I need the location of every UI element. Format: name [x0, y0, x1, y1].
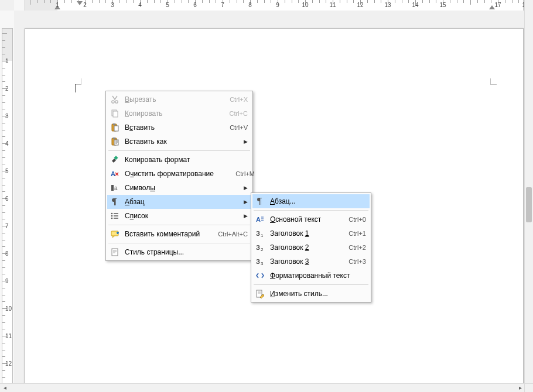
menu-item-h3[interactable]: З3Заголовок 3Ctrl+3 — [252, 255, 370, 269]
horizontal-ruler[interactable]: 1234567891011121314151718 — [14, 0, 525, 11]
menu-item-shortcut: Ctrl+3 — [337, 258, 366, 265]
horizontal-scrollbar[interactable]: ◂ ▸ — [0, 383, 525, 392]
menu-item-label: Заголовок 2 — [270, 243, 337, 252]
v-ruler-label: 7 — [5, 223, 9, 229]
submenu-arrow-icon: ▶ — [244, 185, 248, 191]
menu-item-label: Вставить как — [125, 137, 248, 146]
menu-item-paste-special[interactable]: Вставить как▶ — [107, 135, 251, 149]
menu-item-list[interactable]: Список▶ — [107, 209, 251, 223]
menu-item-label: Абзац — [125, 198, 248, 206]
h-ruler-label: 10 — [302, 2, 308, 8]
menu-item-paragraph[interactable]: Абзац▶ — [107, 195, 251, 209]
svg-text:З: З — [256, 258, 260, 265]
character-icon: a — [110, 183, 120, 193]
menu-item-label: Форматированный текст — [270, 271, 366, 280]
menu-item-label: Абзац... — [270, 197, 366, 205]
h-ruler-label: 1 — [56, 2, 59, 8]
menu-item-body-text[interactable]: AОсновной текстCtrl+0 — [252, 212, 370, 226]
svg-point-0 — [112, 101, 114, 103]
h-ruler-label: 14 — [412, 2, 418, 8]
h-ruler-label: 8 — [248, 2, 252, 8]
v-ruler-label: 4 — [5, 140, 9, 147]
h-ruler-label: 6 — [193, 2, 197, 8]
menu-item-label: Стиль страницы... — [125, 248, 248, 256]
menu-item-character[interactable]: aСимволы▶ — [107, 181, 251, 195]
v-ruler-label: 5 — [5, 168, 9, 174]
scroll-right-arrow-icon[interactable]: ▸ — [517, 385, 524, 391]
svg-point-16 — [111, 218, 113, 219]
page-style-icon — [110, 247, 120, 257]
scrollbar-corner — [524, 383, 533, 392]
text-caret — [76, 84, 76, 92]
menu-item-comment[interactable]: Вставить комментарийCtrl+Alt+C — [107, 227, 251, 241]
menu-separator — [108, 150, 250, 151]
svg-rect-5 — [113, 123, 115, 125]
scroll-left-arrow-icon[interactable]: ◂ — [1, 385, 8, 391]
v-ruler-label: 8 — [5, 250, 9, 257]
h-ruler-label: 3 — [111, 2, 114, 8]
menu-item-h1[interactable]: З1Заголовок 1Ctrl+1 — [252, 226, 370, 240]
svg-rect-8 — [113, 137, 115, 139]
menu-item-h2[interactable]: З2Заголовок 2Ctrl+2 — [252, 240, 370, 255]
v-ruler-label: 12 — [5, 360, 12, 367]
svg-point-15 — [111, 215, 113, 217]
document-workspace: 1234567891011121314151718 12345678910111… — [0, 0, 533, 392]
h-ruler-label: 17 — [494, 2, 501, 8]
vertical-scrollbar[interactable] — [524, 0, 533, 384]
menu-item-copy: КопироватьCtrl+C — [107, 106, 251, 121]
menu-item-cut: ВырезатьCtrl+X — [107, 92, 251, 106]
menu-item-label: Вставить — [125, 123, 218, 132]
v-ruler-label: 10 — [5, 305, 12, 312]
menu-item-preformatted[interactable]: Форматированный текст — [252, 269, 370, 283]
body-text-icon: A — [255, 214, 265, 225]
svg-rect-18 — [112, 249, 118, 256]
context-menu[interactable]: ВырезатьCtrl+XКопироватьCtrl+CВставитьCt… — [105, 91, 253, 261]
svg-text:a: a — [114, 185, 118, 191]
v-ruler-label: 6 — [5, 195, 9, 202]
h-ruler-label: 13 — [384, 2, 391, 8]
menu-item-edit-style[interactable]: Изменить стиль... — [252, 287, 370, 301]
v-ruler-label: 3 — [5, 113, 9, 119]
paste-special-icon — [110, 136, 120, 147]
menu-item-label: Список — [125, 212, 248, 220]
h-ruler-label: 4 — [138, 2, 142, 8]
menu-item-paragraph[interactable]: Абзац... — [252, 194, 370, 208]
v-ruler-label: 11 — [5, 333, 12, 339]
paragraph-submenu[interactable]: Абзац...AОсновной текстCtrl+0З1Заголовок… — [251, 192, 371, 302]
v-ruler-label: 1 — [5, 58, 9, 64]
menu-item-label: Символы — [125, 184, 248, 192]
menu-item-label: Заголовок 3 — [270, 257, 337, 266]
menu-item-shortcut: Ctrl+V — [218, 124, 248, 131]
svg-text:З: З — [256, 230, 260, 237]
cut-icon — [110, 94, 120, 105]
paragraph-icon — [255, 196, 265, 207]
menu-item-format-brush[interactable]: Копировать формат — [107, 153, 251, 167]
h1-icon: З1 — [255, 228, 265, 239]
format-brush-icon — [110, 154, 120, 165]
menu-item-label: Изменить стиль... — [270, 290, 366, 298]
menu-item-shortcut: Ctrl+1 — [337, 230, 366, 237]
margin-corner-top-right — [490, 78, 497, 85]
menu-separator — [108, 225, 250, 225]
svg-point-14 — [111, 213, 113, 215]
menu-item-page-style[interactable]: Стиль страницы... — [107, 245, 251, 259]
submenu-arrow-icon: ▶ — [244, 199, 248, 205]
h-ruler-label: 7 — [221, 2, 224, 8]
menu-item-paste[interactable]: ВставитьCtrl+V — [107, 121, 251, 135]
vertical-ruler[interactable]: 123456789101112 — [0, 11, 15, 384]
menu-item-shortcut: Ctrl+Alt+C — [218, 231, 248, 238]
svg-text:З: З — [256, 244, 260, 251]
paste-icon — [110, 122, 120, 133]
menu-separator — [254, 210, 368, 211]
svg-point-1 — [115, 101, 118, 103]
svg-rect-3 — [113, 111, 118, 117]
h3-icon: З3 — [255, 256, 265, 267]
menu-item-shortcut: Ctrl+2 — [337, 244, 366, 251]
menu-item-shortcut: Ctrl+X — [218, 96, 248, 103]
svg-rect-6 — [114, 126, 118, 131]
edit-style-icon — [255, 288, 265, 299]
menu-item-label: Основной текст — [270, 215, 337, 223]
h2-icon: З2 — [255, 242, 265, 253]
vertical-scrollbar-thumb[interactable] — [526, 187, 532, 222]
menu-item-clear-format[interactable]: AОчистить форматированиеCtrl+M — [107, 167, 251, 181]
